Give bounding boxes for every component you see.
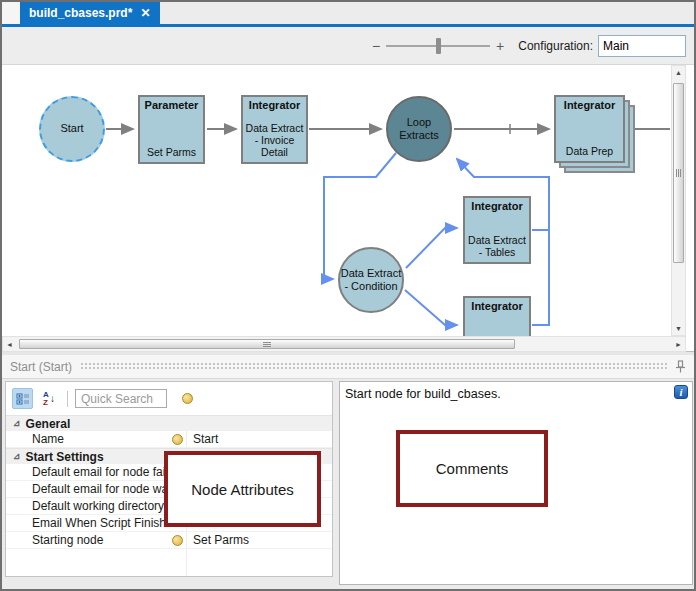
node-attributes-panel: A Z ↓ ⊿ General Name Start [5,381,333,577]
pin-icon[interactable] [675,360,686,373]
horizontal-scrollbar[interactable]: ◄ ► [2,336,686,352]
expander-icon: ⊿ [13,419,21,428]
categorized-view-button[interactable] [12,388,33,409]
scroll-right-icon[interactable]: ► [672,338,685,351]
node-attributes-annotation: Node Attributes [164,451,321,527]
expander-icon: ⊿ [13,452,21,461]
tab-bar-spacer [2,2,20,24]
configuration-input[interactable] [598,35,686,57]
sort-az-icon: A Z [43,391,49,407]
node-type-label: Integrator [471,200,522,213]
node-parameter-set-parms[interactable]: Parameter Set Parms [138,95,205,164]
zoom-slider-track[interactable] [386,45,490,47]
scroll-up-icon[interactable]: ▲ [672,66,685,79]
coin-icon [172,535,183,546]
tab-close-icon[interactable]: ✕ [140,7,150,19]
zoom-out-icon[interactable]: − [372,39,380,53]
node-data-extract-condition[interactable]: Data Extract - Condition [338,247,404,313]
tab-bar: build_cbases.prd* ✕ [2,2,694,24]
scroll-down-icon[interactable]: ▼ [672,322,685,335]
quick-search-input[interactable] [75,389,167,408]
node-name-label: Data Extract - Tables [465,234,529,258]
diagram-canvas[interactable]: Start Parameter Set Parms Integrator Dat… [2,65,670,336]
category-general[interactable]: ⊿ General [6,415,332,431]
connector-condition-integrator2[interactable] [405,290,457,325]
node-type-label: Integrator [471,300,522,313]
comments-annotation: Comments [396,430,548,507]
node-condition-label: Data Extract - Condition [340,267,402,293]
toolbar-separator [67,391,68,407]
scroll-left-icon[interactable]: ◄ [3,338,16,351]
node-integrator-invoice-detail[interactable]: Integrator Data Extract - Invoice Detail [241,95,308,164]
sort-arrow-icon: ↓ [50,394,55,404]
node-loop-extracts[interactable]: Loop Extracts [386,96,452,162]
application-window: build_cbases.prd* ✕ − + Configuration: [0,0,696,591]
property-row-name[interactable]: Name Start [6,431,332,448]
connector-condition-tables[interactable] [406,228,457,268]
properties-region: A Z ↓ ⊿ General Name Start [2,379,694,589]
node-type-label: Integrator [564,99,615,112]
canvas-area: Start Parameter Set Parms Integrator Dat… [2,64,694,351]
coin-icon [182,393,193,404]
node-name-label: Data Extract - Invoice Detail [243,122,306,158]
categorized-icon [16,392,30,406]
zoom-slider-group: − + [372,39,504,53]
horizontal-scroll-thumb[interactable] [19,339,515,349]
pane-header-texture [80,362,667,371]
node-type-label: Parameter [145,99,199,112]
zoom-slider-thumb[interactable] [436,38,441,54]
tab-build-cbases[interactable]: build_cbases.prd* ✕ [20,2,160,24]
node-type-label: Integrator [249,99,300,112]
canvas-toolbar: − + Configuration: [2,27,694,64]
node-integrator-data-prep[interactable]: Integrator Data Prep [554,95,625,163]
node-name-label: Set Parms [146,146,197,158]
comments-text[interactable]: Start node for build_cbases. [340,382,692,401]
node-name-label: Data Prep [565,145,614,157]
vertical-scroll-thumb[interactable] [673,83,684,263]
property-grid-toolbar: A Z ↓ [6,382,332,415]
info-icon[interactable]: i [674,385,688,399]
pane-header: Start (Start) [2,355,694,379]
node-start-label: Start [60,122,83,135]
pane-title: Start (Start) [10,360,72,374]
coin-icon [172,434,183,445]
comments-panel[interactable]: Start node for build_cbases. i Comments [339,381,693,585]
alphabetical-sort-button[interactable]: A Z ↓ [38,388,60,409]
node-start[interactable]: Start [39,96,105,162]
node-integrator-tables[interactable]: Integrator Data Extract - Tables [463,196,531,264]
node-loop-label: Loop Extracts [388,116,450,142]
property-grid-empty [6,549,332,576]
property-row-starting-node[interactable]: Starting node Set Parms [6,532,332,549]
zoom-in-icon[interactable]: + [496,39,504,53]
configuration-label: Configuration: [518,39,593,53]
vertical-scrollbar[interactable]: ▲ ▼ [671,65,686,336]
tab-label: build_cbases.prd* [29,6,132,20]
node-integrator-partial[interactable]: Integrator [463,296,531,336]
